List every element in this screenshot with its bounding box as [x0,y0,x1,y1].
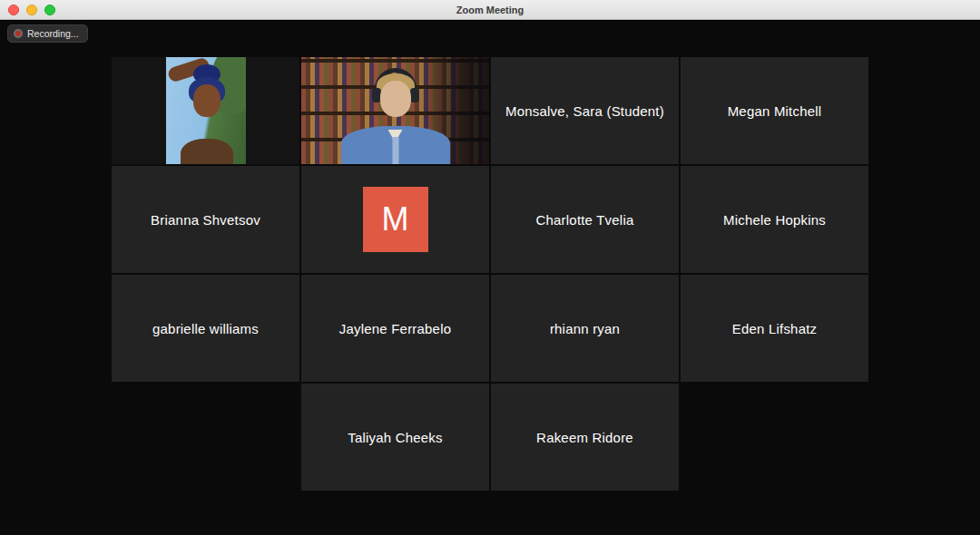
recording-dot-icon [14,29,23,38]
recording-badge[interactable]: Recording... [7,24,88,43]
participant-tile[interactable]: Charlotte Tvelia [491,166,679,273]
meeting-stage: Recording... [0,21,980,535]
participant-name: gabrielle williams [145,321,266,336]
gallery-row: Brianna Shvetsov M Charlotte Tvelia Mich… [112,166,868,273]
participant-name: Megan Mitchell [720,103,829,119]
participant-tile-avatar[interactable]: M [301,166,489,273]
participant-tile[interactable]: Jaylene Ferrabelo [301,275,489,382]
participant-name: Charlotte Tvelia [529,212,642,228]
gallery-row: Monsalve, Sara (Student) Megan Mitchell [112,57,868,164]
participant-tile[interactable]: Monsalve, Sara (Student) [491,57,679,164]
participant-tile[interactable]: gabrielle williams [112,275,299,382]
participant-name: Rakeem Ridore [529,430,641,445]
gallery-row: gabrielle williams Jaylene Ferrabelo rhi… [112,275,868,382]
window-titlebar: Zoom Meeting [0,0,980,20]
gallery-row: Taliyah Cheeks Rakeem Ridore [112,384,868,491]
window-title: Zoom Meeting [0,0,980,20]
participant-tile[interactable]: Megan Mitchell [681,57,868,164]
participant-name: Monsalve, Sara (Student) [498,103,671,119]
participant-tile[interactable]: Taliyah Cheeks [301,384,489,491]
participant-tile-video-2-active-speaker[interactable] [301,57,489,164]
avatar-letter: M [382,200,409,238]
participant-name: Taliyah Cheeks [340,430,450,445]
participant-tile[interactable]: rhiann ryan [491,275,679,382]
participant-tile[interactable]: Eden Lifshatz [681,275,868,382]
participant-tile[interactable]: Michele Hopkins [681,166,868,273]
participant-name: Jaylene Ferrabelo [332,321,458,336]
recording-label: Recording... [27,28,79,39]
video-feed [301,57,489,164]
participant-name: Eden Lifshatz [725,321,825,336]
participant-tile[interactable]: Rakeem Ridore [491,384,679,491]
participant-name: rhiann ryan [543,321,627,336]
participant-tile[interactable]: Brianna Shvetsov [112,166,299,273]
participant-name: Michele Hopkins [716,212,833,228]
participant-gallery: Monsalve, Sara (Student) Megan Mitchell … [112,57,868,491]
video-feed [112,57,299,164]
avatar: M [363,187,428,252]
participant-tile-video-1[interactable] [112,57,299,164]
participant-name: Brianna Shvetsov [143,212,268,228]
